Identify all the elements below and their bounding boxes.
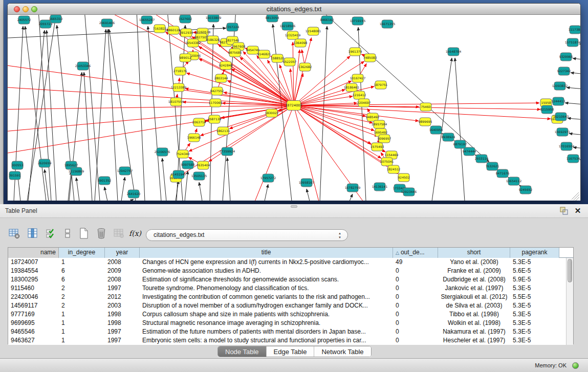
- network-node[interactable]: 13505135: [191, 172, 207, 180]
- column-header-pagerank[interactable]: pagerank: [510, 248, 559, 258]
- network-node[interactable]: 16671355: [380, 20, 396, 28]
- network-node[interactable]: 2063714: [192, 118, 206, 126]
- table-panel-titlebar[interactable]: Table Panel ✕: [0, 204, 588, 218]
- network-node[interactable]: 2718176: [173, 67, 187, 75]
- table-row[interactable]: 946554611997Estimation of the future num…: [8, 327, 566, 336]
- network-node[interactable]: 15751874: [565, 38, 580, 47]
- table-settings-icon[interactable]: [7, 226, 21, 240]
- network-node[interactable]: 1362682: [298, 63, 312, 71]
- column-header-year[interactable]: year: [105, 248, 140, 258]
- close-panel-icon[interactable]: ✕: [574, 206, 582, 216]
- network-node[interactable]: 20691406: [99, 19, 115, 27]
- tab-edge-table[interactable]: Edge Table: [266, 346, 314, 357]
- column-header-out_degree[interactable]: △out_de...: [393, 248, 438, 258]
- network-node[interactable]: 10719155: [350, 17, 366, 25]
- network-node[interactable]: 19218506: [280, 22, 296, 30]
- table-row[interactable]: 977716911998Corpus callosum shape and si…: [8, 310, 566, 319]
- network-node[interactable]: 8860128: [167, 26, 181, 34]
- table-row[interactable]: 969969511998Structural magnetic resonanc…: [8, 319, 566, 327]
- network-node[interactable]: 17359924: [220, 147, 235, 156]
- network-node[interactable]: 2933114: [475, 155, 489, 163]
- network-node[interactable]: 7163822: [153, 25, 167, 33]
- network-node[interactable]: 8466160: [320, 16, 334, 24]
- table-row[interactable]: 946362711997Embryonic stem cells: a mode…: [8, 336, 566, 345]
- network-node[interactable]: 16543382: [185, 39, 201, 47]
- table-row[interactable]: 911546021997Tourette syndrome. Phenomeno…: [8, 284, 566, 293]
- network-canvas[interactable]: 7163822886012889129342226053898275051654…: [8, 15, 580, 201]
- window-titlebar[interactable]: citations_edges.txt: [8, 4, 580, 15]
- network-node[interactable]: 17016504: [559, 142, 575, 150]
- network-node[interactable]: 21053346: [75, 62, 91, 70]
- network-node[interactable]: 1167534: [567, 155, 580, 163]
- network-node[interactable]: 1170065: [209, 99, 223, 107]
- network-node[interactable]: 8427552: [210, 87, 224, 95]
- network-node[interactable]: 2204697: [357, 99, 371, 107]
- network-node[interactable]: 10654112: [506, 177, 522, 185]
- network-node[interactable]: 16782759: [345, 184, 361, 192]
- network-node[interactable]: 16033809: [206, 15, 222, 22]
- network-node[interactable]: 1862131: [216, 127, 230, 135]
- network-node[interactable]: 12213389: [171, 83, 187, 92]
- float-panel-icon[interactable]: [559, 207, 569, 215]
- network-node[interactable]: 8813054: [266, 15, 279, 22]
- network-node[interactable]: 2641620: [127, 190, 141, 198]
- table-selector-dropdown[interactable]: citations_edges.txt ▲▼: [146, 229, 348, 241]
- network-node[interactable]: 15692971: [555, 128, 571, 136]
- network-node[interactable]: 6522057: [283, 58, 297, 66]
- network-node[interactable]: 9245652: [519, 186, 533, 194]
- network-node[interactable]: 300553: [12, 161, 24, 169]
- splitter-handle[interactable]: [291, 205, 297, 208]
- network-node[interactable]: 14136141: [372, 183, 388, 191]
- network-node[interactable]: 75460: [420, 103, 431, 111]
- column-header-name[interactable]: name: [8, 248, 59, 258]
- network-node[interactable]: 8938924: [442, 133, 455, 141]
- column-header-title[interactable]: title: [140, 248, 393, 258]
- network-node[interactable]: 11451947: [171, 170, 187, 179]
- network-window[interactable]: citations_edges.txt 71638228860128891293…: [7, 3, 581, 201]
- network-node[interactable]: 1966148: [187, 134, 201, 142]
- network-node[interactable]: 3587139: [208, 115, 222, 123]
- network-node[interactable]: 8186328: [206, 36, 220, 44]
- function-icon[interactable]: f(x): [128, 226, 142, 240]
- network-node[interactable]: 12325419: [285, 31, 301, 39]
- network-node[interactable]: 10655287: [139, 16, 155, 24]
- delete-icon[interactable]: [94, 226, 108, 240]
- network-node[interactable]: 9242848: [219, 61, 233, 70]
- network-node[interactable]: 18957584: [372, 120, 387, 128]
- resize-grip-icon[interactable]: [572, 192, 579, 201]
- network-node[interactable]: 8096957: [378, 135, 391, 143]
- network-node[interactable]: 989012: [180, 54, 191, 62]
- table-row[interactable]: 1872400712008Changes of HCN gene express…: [8, 258, 566, 267]
- network-node[interactable]: 12923446: [401, 188, 417, 196]
- network-node[interactable]: 9227342: [557, 67, 571, 75]
- network-node[interactable]: 11548081: [306, 27, 321, 35]
- network-node[interactable]: 1364098: [294, 39, 308, 47]
- network-node[interactable]: 1665310: [49, 15, 63, 23]
- network-node[interactable]: 1588520: [271, 54, 285, 62]
- network-node[interactable]: 7357224: [226, 23, 239, 31]
- network-node[interactable]: 7485083: [363, 54, 377, 62]
- network-node[interactable]: 16210643: [553, 113, 569, 121]
- network-node[interactable]: 10958167: [299, 179, 315, 187]
- network-node[interactable]: 1075041: [380, 158, 394, 166]
- column-header-in_degree[interactable]: in_degree: [59, 248, 105, 258]
- table-scrollbar[interactable]: [566, 258, 573, 345]
- network-node[interactable]: 18724007: [285, 101, 302, 111]
- network-node[interactable]: 1961379: [349, 48, 362, 56]
- tab-network-table[interactable]: Network Table: [314, 346, 371, 357]
- network-node[interactable]: 9146821: [257, 50, 271, 58]
- rows-icon[interactable]: [60, 226, 75, 240]
- table-row[interactable]: 1938455462009Genome-wide association stu…: [8, 267, 566, 275]
- network-node[interactable]: 2803144: [214, 74, 228, 82]
- network-node[interactable]: 1216412: [353, 91, 366, 99]
- network-node[interactable]: 18107554: [168, 98, 184, 106]
- network-node[interactable]: 7524340: [176, 150, 190, 158]
- network-node[interactable]: 17957272: [260, 174, 276, 182]
- network-node[interactable]: 8912934: [180, 29, 193, 37]
- network-node[interactable]: 9097588: [181, 161, 195, 169]
- network-node[interactable]: 391591: [9, 171, 21, 180]
- network-node[interactable]: 10167427: [350, 74, 366, 82]
- network-node[interactable]: 1244413: [552, 97, 565, 105]
- network-node[interactable]: 8215958: [540, 105, 554, 114]
- table-row[interactable]: 2242004622012Investigating the contribut…: [8, 293, 566, 301]
